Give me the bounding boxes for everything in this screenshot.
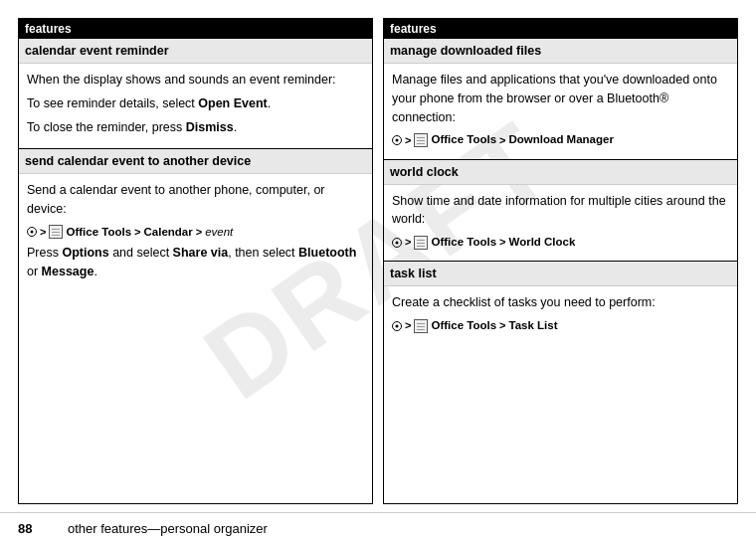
body-text-3: To close the reminder, press Dismiss. <box>27 118 364 137</box>
downloads-text: Manage files and applications that you'v… <box>392 71 729 126</box>
right-section-downloads: manage downloaded files Manage files and… <box>384 39 737 159</box>
office-tools-icon-1 <box>49 225 63 239</box>
event-label: event <box>205 224 233 241</box>
world-clock-body: Show time and date information for multi… <box>384 185 737 262</box>
nav-arrow-3: > <box>196 224 202 241</box>
nav-arrow-2: > <box>134 224 140 241</box>
world-clock-header: world clock <box>384 160 737 185</box>
nav-dot-icon <box>27 227 37 237</box>
task-list-label: Task List <box>508 317 557 334</box>
nav-line-downloads: > Office Tools > Download Manager <box>392 131 729 148</box>
world-clock-text: Show time and date information for multi… <box>392 192 729 230</box>
nav-arrow-dl-2: > <box>499 132 505 149</box>
right-header: features <box>384 19 737 39</box>
task-list-header: task list <box>384 262 737 286</box>
right-section-world-clock: world clock Show time and date informati… <box>384 159 737 262</box>
nav-dot-icon-tl <box>392 321 402 331</box>
nav-arrow-wc-2: > <box>499 234 505 251</box>
page-number: 88 <box>18 521 48 536</box>
nav-arrow-tl-2: > <box>499 317 505 334</box>
office-tools-icon-wc <box>414 236 428 250</box>
office-tools-label-1: Office Tools <box>66 224 131 241</box>
send-calendar-body: Send a calendar event to another phone, … <box>19 174 372 292</box>
right-section-task-list: task list Create a checklist of tasks yo… <box>384 261 737 344</box>
nav-dot-icon-wc <box>392 238 402 248</box>
office-tools-label-wc: Office Tools <box>431 234 496 251</box>
nav-arrow-wc-1: > <box>405 234 411 251</box>
office-tools-icon-tl <box>414 319 428 333</box>
nav-line-task-list: > Office Tools > Task List <box>392 317 729 334</box>
footer-text: other features—personal organizer <box>68 521 268 536</box>
nav-line-world-clock: > Office Tools > World Clock <box>392 234 729 251</box>
open-event-label: Open Event <box>198 96 267 110</box>
office-tools-label-dl: Office Tools <box>431 131 496 148</box>
downloads-header: manage downloaded files <box>384 39 737 64</box>
page-container: features calendar event reminder When th… <box>0 0 756 544</box>
calendar-reminder-body: When the display shows and sounds an eve… <box>19 64 372 148</box>
bluetooth-label: Bluetooth <box>298 246 356 260</box>
message-label: Message <box>42 265 94 278</box>
dismiss-label: Dismiss <box>186 120 234 134</box>
footer: 88 other features—personal organizer <box>0 512 756 544</box>
left-section-calendar-reminder: calendar event reminder When the display… <box>19 39 372 148</box>
body-text-1: When the display shows and sounds an eve… <box>27 71 364 90</box>
body-text-2: To see reminder details, select Open Eve… <box>27 94 364 113</box>
world-clock-label: World Clock <box>508 234 575 251</box>
nav-arrow-dl-1: > <box>405 132 411 149</box>
main-content: features calendar event reminder When th… <box>0 0 756 504</box>
nav-arrow-1: > <box>40 224 46 241</box>
send-calendar-extra: Press Options and select Share via, then… <box>27 244 364 281</box>
nav-arrow-tl-1: > <box>405 317 411 334</box>
downloads-body: Manage files and applications that you'v… <box>384 64 737 159</box>
calendar-reminder-header: calendar event reminder <box>19 39 372 64</box>
task-list-text: Create a checklist of tasks you need to … <box>392 293 729 312</box>
send-calendar-header: send calendar event to another device <box>19 149 372 174</box>
nav-dot-icon-dl <box>392 135 402 145</box>
task-list-body: Create a checklist of tasks you need to … <box>384 286 737 344</box>
options-label: Options <box>62 246 108 260</box>
left-column: features calendar event reminder When th… <box>18 18 373 504</box>
share-via-label: Share via <box>173 246 229 260</box>
left-header: features <box>19 19 372 39</box>
calendar-label: Calendar <box>143 224 192 241</box>
right-column: features manage downloaded files Manage … <box>383 18 738 504</box>
download-manager-label: Download Manager <box>508 131 613 148</box>
office-tools-label-tl: Office Tools <box>431 317 496 334</box>
nav-line-calendar: > Office Tools > Calendar > event <box>27 224 364 241</box>
office-tools-icon-dl <box>414 133 428 147</box>
send-calendar-text: Send a calendar event to another phone, … <box>27 181 364 219</box>
left-section-send-calendar: send calendar event to another device Se… <box>19 148 372 292</box>
